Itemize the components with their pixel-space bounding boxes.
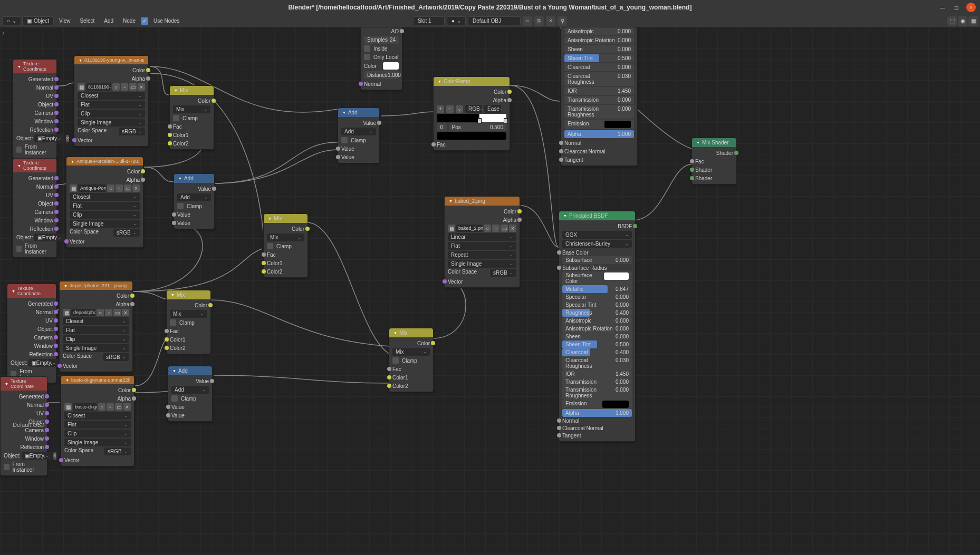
bsdf-anisotropic-rotation[interactable]: Anisotropic Rotation0.000 bbox=[562, 325, 632, 333]
colorspace-dropdown[interactable]: sRGB bbox=[104, 447, 131, 455]
node-header[interactable]: Texture Coordinate bbox=[1, 377, 47, 391]
bsdf-clearcoat-normal[interactable]: Clearcoat Normal bbox=[564, 148, 634, 155]
bsdf-anisotropic-rotation[interactable]: Anisotropic Rotation0.000 bbox=[564, 36, 634, 44]
bsdf-clearcoat-normal[interactable]: Clearcoat Normal bbox=[562, 424, 632, 432]
clamp-checkbox[interactable]: Clamp bbox=[341, 137, 376, 144]
image-name-field[interactable]: busto-di-giovane-... bbox=[73, 403, 97, 411]
bsdf-clearcoat-roughness[interactable]: Clearcoat Roughness0.030 bbox=[564, 72, 634, 86]
slot-dropdown[interactable]: Slot 1 bbox=[413, 16, 445, 25]
source-dropdown[interactable]: Single Image bbox=[63, 344, 129, 352]
new-icon[interactable]: ▫ bbox=[105, 309, 112, 316]
colorramp-gradient[interactable] bbox=[437, 114, 506, 122]
clear-icon[interactable]: × bbox=[53, 452, 56, 460]
ao-node[interactable]: AO Samples24 Inside Only Local Color Dis… bbox=[360, 27, 402, 90]
material-name-field[interactable]: Default OBJ bbox=[468, 16, 521, 25]
principled-bsdf-node-lower[interactable]: Principled BSDF BSDF GGX Christensen-Bur… bbox=[559, 211, 636, 442]
image-name-field[interactable]: baked_2.png bbox=[456, 225, 483, 232]
inside-checkbox[interactable]: Inside bbox=[364, 45, 399, 52]
clamp-checkbox[interactable]: Clamp bbox=[170, 319, 207, 326]
close-icon[interactable]: × bbox=[966, 3, 976, 12]
new-icon[interactable]: ▫ bbox=[492, 225, 499, 232]
unlink-icon[interactable]: × bbox=[123, 403, 131, 411]
extension-dropdown[interactable]: Repeat bbox=[448, 251, 516, 259]
math-add-node-2[interactable]: Add Value Add Clamp Value Value bbox=[338, 108, 380, 163]
node-header[interactable]: Mix bbox=[389, 328, 433, 337]
image-texture-node-3[interactable]: depositphotos_221...young-woman-size- Co… bbox=[59, 281, 133, 372]
material-browse[interactable]: ●⌄ bbox=[447, 16, 466, 25]
blend-mode-dropdown[interactable]: Mix bbox=[170, 310, 207, 318]
interpolation-dropdown[interactable]: Closest bbox=[70, 193, 140, 201]
bsdf-subsurface[interactable]: Subsurface0.000 bbox=[562, 256, 632, 264]
ggx-dropdown[interactable]: GGX bbox=[562, 231, 632, 239]
source-dropdown[interactable]: Single Image bbox=[448, 260, 516, 268]
open-icon[interactable]: ▭ bbox=[113, 309, 121, 316]
bsdf-ior[interactable]: IOR1.450 bbox=[564, 87, 634, 95]
sidebar-toggle-left[interactable]: › bbox=[2, 28, 5, 37]
new-icon[interactable]: ▫ bbox=[116, 184, 123, 192]
remove-stop-icon[interactable]: − bbox=[446, 105, 454, 113]
node-header[interactable]: Add bbox=[168, 366, 212, 375]
use-nodes-checkbox[interactable] bbox=[141, 17, 148, 25]
node-header[interactable]: ColorRamp bbox=[434, 77, 510, 86]
node-header[interactable]: baked_2.png bbox=[445, 197, 520, 206]
bsdf-clearcoat[interactable]: Clearcoat0.000 bbox=[564, 63, 634, 71]
backdrop-icon[interactable]: ▦ bbox=[968, 16, 978, 26]
principled-bsdf-node-upper[interactable]: Anisotropic0.000Anisotropic Rotation0.00… bbox=[561, 27, 638, 166]
interpolation-dropdown[interactable]: Closest bbox=[63, 317, 129, 325]
bsdf-sheen-tint[interactable]: Sheen Tint0.500 bbox=[564, 54, 634, 62]
editor-type-dropdown[interactable]: ○⌄ bbox=[2, 16, 21, 25]
node-header[interactable]: 81189190-young-w...in-an-art-room(291, bbox=[74, 56, 148, 64]
bsdf-sheen-tint[interactable]: Sheen Tint0.500 bbox=[562, 340, 632, 348]
object-mode-dropdown[interactable]: ▣Object bbox=[22, 16, 54, 25]
bsdf-transmission-roughness[interactable]: Transmission Roughness0.000 bbox=[564, 105, 634, 119]
mix-rgb-node-2[interactable]: Mix Color Mix Clamp Fac Color1 Color2 bbox=[263, 213, 308, 278]
bsdf-normal[interactable]: Normal bbox=[562, 417, 632, 424]
node-header[interactable]: Texture Coordinate bbox=[13, 159, 56, 172]
extension-dropdown[interactable]: Clip bbox=[63, 335, 129, 343]
from-instancer-checkbox[interactable]: From Instancer bbox=[16, 242, 53, 255]
menu-icon[interactable]: ⌄ bbox=[456, 105, 463, 113]
image-name-field[interactable]: Antique-Porcelain... bbox=[78, 184, 106, 192]
users-icon[interactable]: ○ bbox=[484, 225, 491, 232]
from-instancer-checkbox[interactable]: From Instancer bbox=[16, 143, 53, 156]
bsdf-sheen[interactable]: Sheen0.000 bbox=[562, 333, 632, 340]
colorspace-dropdown[interactable]: sRGB bbox=[119, 128, 145, 135]
samples-field[interactable]: Samples24 bbox=[364, 36, 399, 44]
bsdf-specular[interactable]: Specular0.000 bbox=[562, 293, 632, 301]
rgb-dropdown[interactable]: RGB bbox=[465, 105, 482, 113]
operation-dropdown[interactable]: Add bbox=[341, 128, 376, 135]
operation-dropdown[interactable]: Add bbox=[171, 386, 209, 394]
node-header[interactable]: Mix bbox=[264, 214, 308, 223]
snap-icon[interactable]: ⬚ bbox=[947, 16, 957, 26]
node-header[interactable]: Principled BSDF bbox=[559, 211, 635, 220]
active-color-swatch[interactable] bbox=[437, 132, 506, 140]
bsdf-anisotropic[interactable]: Anisotropic0.000 bbox=[564, 27, 634, 35]
bsdf-ior[interactable]: IOR1.450 bbox=[562, 370, 632, 378]
node-header[interactable]: Mix bbox=[170, 86, 214, 95]
node-menu[interactable]: Node bbox=[119, 17, 140, 25]
object-dropdown[interactable]: ▣ Empty. bbox=[34, 233, 65, 241]
extension-dropdown[interactable]: Clip bbox=[78, 110, 145, 118]
node-header[interactable]: Mix bbox=[167, 290, 210, 299]
users-icon[interactable]: ○ bbox=[107, 184, 114, 192]
projection-dropdown[interactable]: Flat bbox=[78, 101, 145, 109]
node-editor-canvas[interactable]: › Texture Coordinate GeneratedNormalUVOb… bbox=[0, 27, 980, 555]
image-browse-icon[interactable]: ▦ bbox=[63, 309, 70, 316]
image-browse-icon[interactable]: ▦ bbox=[64, 403, 72, 411]
color-stop-1[interactable] bbox=[477, 118, 482, 123]
new-icon[interactable]: ▫ bbox=[121, 83, 128, 91]
from-instancer-checkbox[interactable]: From Instancer bbox=[4, 461, 44, 473]
image-browse-icon[interactable]: ▦ bbox=[70, 184, 77, 192]
projection-dropdown[interactable]: Flat bbox=[448, 242, 516, 250]
source-dropdown[interactable]: Single Image bbox=[78, 119, 145, 126]
bsdf-transmission[interactable]: Transmission0.000 bbox=[564, 96, 634, 104]
projection-dropdown[interactable]: Flat bbox=[64, 421, 131, 429]
bsdf-clearcoat-roughness[interactable]: Clearcoat Roughness0.030 bbox=[562, 356, 632, 370]
pin-icon[interactable]: ⚲ bbox=[558, 16, 567, 26]
node-header[interactable]: busto-di-giovane-donna(228, 174, 103, ..… bbox=[61, 376, 134, 384]
users-icon[interactable]: ○ bbox=[97, 309, 104, 316]
bsdf-clearcoat[interactable]: Clearcoat0.400 bbox=[562, 348, 632, 356]
minimize-icon[interactable]: — bbox=[939, 4, 946, 11]
add-menu[interactable]: Add bbox=[100, 17, 118, 25]
mix-rgb-node-3[interactable]: Mix Color Mix Clamp Fac Color1 Color2 bbox=[166, 290, 211, 354]
